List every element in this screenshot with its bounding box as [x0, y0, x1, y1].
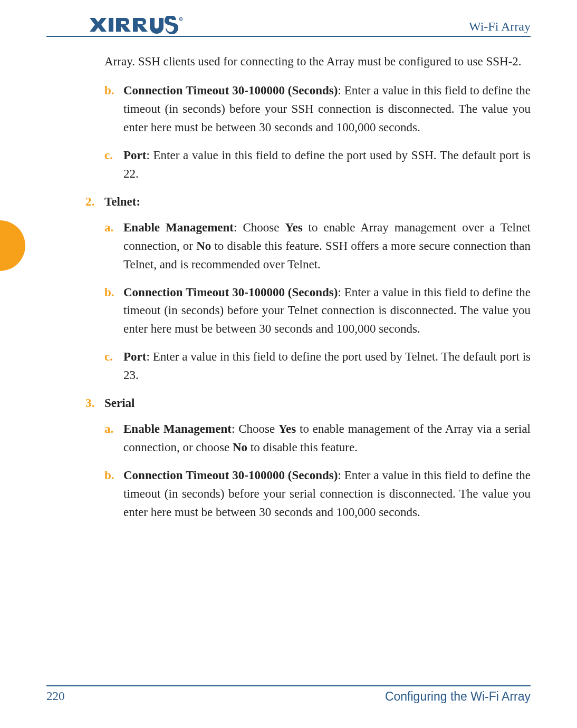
item-2b: b. Connection Timeout 30-100000 (Seconds… [104, 284, 531, 339]
term-3b: Connection Timeout 30-100000 (Seconds) [123, 469, 338, 482]
xirrus-logo-icon: R [89, 16, 184, 34]
heading-2: Telnet: [104, 195, 140, 208]
term-2c: Port [123, 350, 146, 363]
marker-3: 3. [85, 394, 94, 413]
marker-3b: b. [104, 467, 114, 485]
item-3a: a. Enable Management: Choose Yes to enab… [104, 420, 531, 457]
term-1b: Connection Timeout 30-100000 (Seconds) [123, 84, 338, 97]
text-3a-3: to disable this feature. [247, 441, 358, 454]
svg-text:R: R [180, 18, 182, 21]
page-container: R Wi-Fi Array Array. SSH clients used fo… [0, 0, 577, 728]
svg-rect-1 [109, 18, 113, 32]
page-footer: 220 Configuring the Wi-Fi Array [46, 685, 531, 704]
item-2c: c. Port: Enter a value in this field to … [104, 348, 531, 385]
yes-2a: Yes [285, 221, 302, 234]
page-number: 220 [46, 690, 65, 703]
marker-3a: a. [104, 420, 113, 439]
marker-2: 2. [85, 193, 94, 211]
term-1c: Port [123, 149, 146, 162]
no-3a: No [233, 441, 247, 454]
item-3: 3. Serial [85, 394, 531, 413]
brand-logo: R [89, 16, 184, 34]
marker-2c: c. [104, 348, 113, 366]
text-2a-1: : Choose [234, 221, 285, 234]
header-title: Wi-Fi Array [469, 20, 531, 34]
intro-continuation: Array. SSH clients used for connecting t… [104, 53, 531, 71]
svg-marker-0 [90, 18, 107, 32]
marker-1c: c. [104, 147, 113, 165]
marker-2a: a. [104, 219, 113, 237]
marker-2b: b. [104, 284, 114, 302]
term-2a: Enable Management [123, 221, 234, 234]
item-1b: b. Connection Timeout 30-100000 (Seconds… [104, 82, 531, 137]
no-2a: No [196, 239, 211, 253]
item-2: 2. Telnet: [85, 193, 531, 211]
item-1c: c. Port: Enter a value in this field to … [104, 147, 531, 183]
term-3a: Enable Management [123, 422, 232, 435]
page-header: R Wi-Fi Array [46, 16, 531, 37]
text-3a-1: : Choose [232, 422, 278, 435]
text-2c: : Enter a value in this field to define … [123, 350, 531, 382]
text-1c: : Enter a value in this field to define … [123, 149, 531, 180]
item-2a: a. Enable Management: Choose Yes to enab… [104, 219, 531, 274]
body-content: Array. SSH clients used for connecting t… [104, 53, 531, 522]
term-2b: Connection Timeout 30-100000 (Seconds) [123, 286, 338, 299]
yes-3a: Yes [278, 422, 296, 435]
footer-section-title: Configuring the Wi-Fi Array [385, 690, 531, 704]
item-3b: b. Connection Timeout 30-100000 (Seconds… [104, 467, 531, 522]
heading-3: Serial [104, 396, 135, 410]
marker-1b: b. [104, 82, 114, 100]
side-tab-marker [0, 220, 25, 271]
